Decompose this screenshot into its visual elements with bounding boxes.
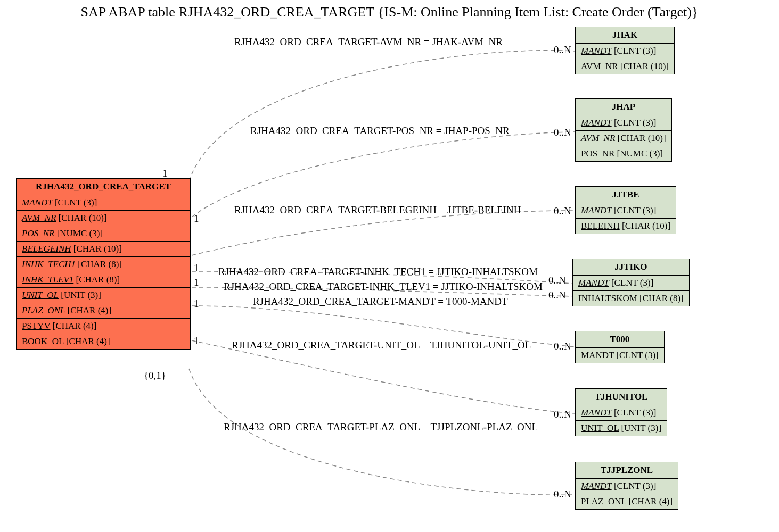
entity-tjhunitol: TJHUNITOL MANDT [CLNT (3)]UNIT_OL [UNIT … (575, 388, 667, 436)
field-row: MANDT [CLNT (3)] (576, 405, 667, 421)
field-row: BOOK_OL [CHAR (4)] (17, 334, 190, 349)
join-label: RJHA432_ORD_CREA_TARGET-BELEGEINH = JJTB… (234, 204, 521, 216)
field-row: MANDT [CLNT (3)] (576, 348, 664, 363)
card-right: 0..N (554, 340, 571, 352)
card-right: 0..N (548, 275, 566, 286)
card-left: 1 (194, 298, 199, 310)
join-label: RJHA432_ORD_CREA_TARGET-PLAZ_ONL = TJJPL… (224, 421, 538, 433)
entity-jjtbe: JJTBE MANDT [CLNT (3)]BELEINH [CHAR (10)… (575, 186, 676, 234)
entity-header: JJTBE (576, 187, 676, 203)
card-left: 1 (194, 277, 199, 288)
field-row: BELEGEINH [CHAR (10)] (17, 242, 190, 257)
field-row: PLAZ_ONL [CHAR (4)] (576, 494, 678, 509)
entity-t000: T000 MANDT [CLNT (3)] (575, 331, 665, 363)
entity-jjtiko: JJTIKO MANDT [CLNT (3)]INHALTSKOM [CHAR … (572, 259, 690, 306)
card-left: 1 (194, 335, 199, 347)
field-row: UNIT_OL [UNIT (3)] (576, 421, 667, 436)
card-right: 0..N (554, 409, 571, 420)
field-row: MANDT [CLNT (3)] (573, 276, 689, 291)
field-row: INHK_TECH1 [CHAR (8)] (17, 257, 190, 272)
field-row: POS_NR [NUMC (3)] (576, 146, 671, 161)
card-right: 0..N (554, 488, 571, 500)
field-row: MANDT [CLNT (3)] (576, 115, 671, 131)
join-label: RJHA432_ORD_CREA_TARGET-INHK_TECH1 = JJT… (218, 266, 538, 278)
field-row: PSTYV [CHAR (4)] (17, 319, 190, 334)
field-row: PLAZ_ONL [CHAR (4)] (17, 303, 190, 319)
field-row: AVM_NR [CHAR (10)] (17, 211, 190, 226)
field-row: POS_NR [NUMC (3)] (17, 226, 190, 242)
field-row: AVM_NR [CHAR (10)] (576, 59, 674, 74)
entity-header: TJHUNITOL (576, 389, 667, 405)
entity-jhak: JHAK MANDT [CLNT (3)]AVM_NR [CHAR (10)] (575, 27, 675, 74)
entity-header: JHAP (576, 99, 671, 115)
field-row: MANDT [CLNT (3)] (576, 44, 674, 59)
entity-header: T000 (576, 331, 664, 348)
entity-header: JJTIKO (573, 259, 689, 276)
card-left: {0,1} (144, 370, 166, 381)
entity-header: TJJPLZONL (576, 462, 678, 479)
card-right: 0..N (554, 205, 571, 217)
card-right: 0..N (554, 127, 571, 138)
card-left: 1 (194, 262, 199, 274)
card-right: 0..N (554, 44, 571, 56)
field-row: MANDT [CLNT (3)] (576, 203, 676, 219)
main-entity: RJHA432_ORD_CREA_TARGET MANDT [CLNT (3)]… (16, 178, 191, 350)
page-title: SAP ABAP table RJHA432_ORD_CREA_TARGET {… (0, 4, 779, 20)
join-label: RJHA432_ORD_CREA_TARGET-INHK_TLEV1 = JJT… (224, 281, 543, 293)
join-label: RJHA432_ORD_CREA_TARGET-MANDT = T000-MAN… (253, 296, 508, 307)
field-row: MANDT [CLNT (3)] (17, 195, 190, 211)
main-entity-header: RJHA432_ORD_CREA_TARGET (17, 179, 190, 195)
entity-tjjplzonl: TJJPLZONL MANDT [CLNT (3)]PLAZ_ONL [CHAR… (575, 462, 678, 510)
card-left: 1 (194, 213, 199, 225)
entity-jhap: JHAP MANDT [CLNT (3)]AVM_NR [CHAR (10)]P… (575, 98, 672, 162)
field-row: AVM_NR [CHAR (10)] (576, 131, 671, 146)
card-right: 0..N (548, 289, 566, 301)
join-label: RJHA432_ORD_CREA_TARGET-POS_NR = JHAP-PO… (250, 125, 510, 137)
field-row: INHK_TLEV1 [CHAR (8)] (17, 272, 190, 288)
card-left: 1 (162, 168, 168, 179)
field-row: MANDT [CLNT (3)] (576, 479, 678, 494)
entity-header: JHAK (576, 27, 674, 44)
join-label: RJHA432_ORD_CREA_TARGET-AVM_NR = JHAK-AV… (234, 36, 503, 48)
join-label: RJHA432_ORD_CREA_TARGET-UNIT_OL = TJHUNI… (232, 339, 531, 351)
field-row: BELEINH [CHAR (10)] (576, 219, 676, 234)
field-row: INHALTSKOM [CHAR (8)] (573, 291, 689, 306)
field-row: UNIT_OL [UNIT (3)] (17, 288, 190, 303)
